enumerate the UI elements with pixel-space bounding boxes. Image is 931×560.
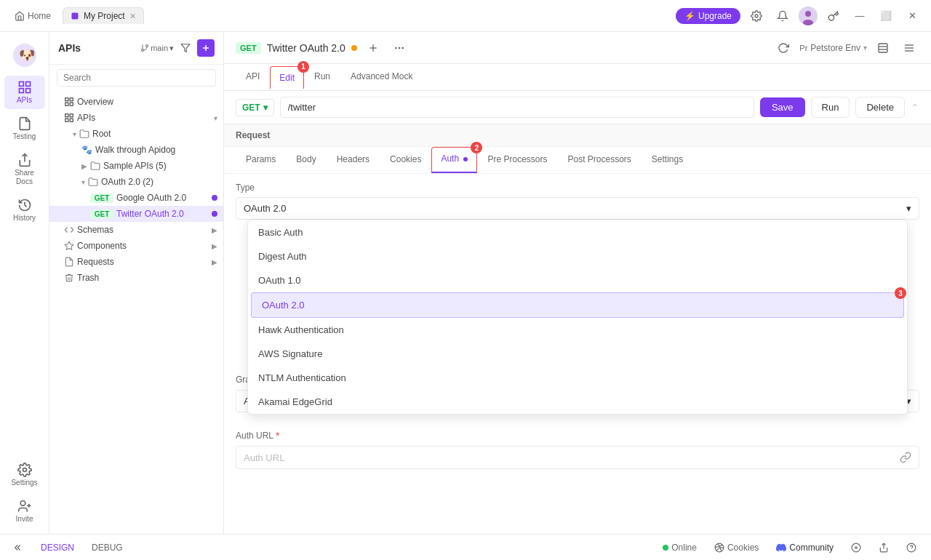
tree-item-oauth2[interactable]: ▾ OAuth 2.0 (2): [49, 174, 223, 190]
tree-item-apis[interactable]: APIs ▾: [49, 110, 223, 126]
components-icon: [64, 241, 74, 251]
tab-run[interactable]: Run: [304, 64, 340, 90]
upgrade-button[interactable]: ⚡ Upgrade: [676, 8, 740, 24]
project-tab-close[interactable]: ✕: [129, 12, 136, 21]
request-body: Request Params Body Headers Cookies Auth…: [224, 124, 931, 534]
tree-item-requests[interactable]: Requests ▶: [49, 254, 223, 270]
more-options-btn[interactable]: [389, 38, 409, 58]
run-button[interactable]: Run: [811, 97, 850, 118]
sidebar-item-settings[interactable]: Settings: [4, 458, 45, 492]
tree-item-apis-label: APIs: [77, 113, 95, 123]
dropdown-oauth1[interactable]: OAuth 1.0: [248, 268, 907, 292]
svg-rect-22: [65, 98, 68, 101]
bell-icon[interactable]: [772, 6, 793, 26]
close-icon[interactable]: ✕: [902, 6, 922, 26]
dropdown-oauth2[interactable]: OAuth 2.0 3: [251, 292, 904, 318]
dropdown-aws[interactable]: AWS Signature: [248, 342, 907, 366]
tree-item-root[interactable]: ▾ Root: [49, 126, 223, 142]
request-name: Twitter OAuth 2.0: [267, 42, 345, 54]
sidebar-item-testing[interactable]: Testing: [4, 112, 45, 145]
home-tab[interactable]: Home: [9, 8, 57, 24]
svg-point-34: [402, 47, 403, 48]
req-tab-body[interactable]: Body: [286, 147, 326, 173]
debug-btn[interactable]: DEBUG: [86, 540, 129, 556]
settings-icon[interactable]: [746, 6, 767, 26]
auth-url-link-icon: [900, 452, 911, 463]
share-btn[interactable]: [873, 540, 895, 556]
minimize-icon[interactable]: —: [850, 6, 870, 26]
auth-url-input[interactable]: Auth URL: [236, 446, 919, 469]
maximize-icon[interactable]: ⬜: [876, 6, 896, 26]
req-tab-params[interactable]: Params: [236, 147, 286, 173]
sidebar-item-sharedocs[interactable]: Share Docs: [4, 148, 45, 191]
tree-item-walkthrough[interactable]: 🐾 Walk through Apidog: [49, 142, 223, 158]
filter-button[interactable]: [177, 39, 194, 57]
tree-item-trash[interactable]: Trash: [49, 270, 223, 286]
oauth2-annotation: 3: [895, 287, 906, 299]
branch-label: main: [151, 44, 168, 52]
env-label: Petstore Env: [810, 43, 860, 53]
env-chevron: ▾: [863, 44, 867, 52]
dropdown-ntlm[interactable]: NTLM Authentication: [248, 366, 907, 390]
avatar[interactable]: [799, 7, 818, 25]
svg-rect-35: [879, 44, 887, 52]
sidebar-item-history[interactable]: History: [4, 193, 45, 227]
dropdown-akamai[interactable]: Akamai EdgeGrid: [248, 390, 907, 414]
save-button[interactable]: Save: [760, 97, 805, 117]
filetree-header: APIs main ▾: [49, 32, 223, 65]
filter-icon: [180, 43, 191, 53]
sidebar-item-apis-label: APIs: [17, 96, 32, 105]
sidebar-item-invite[interactable]: Invite: [4, 495, 45, 528]
svg-rect-24: [70, 103, 73, 105]
url-input[interactable]: [280, 97, 754, 118]
tree-item-google-oauth[interactable]: GET Google OAuth 2.0: [49, 190, 223, 206]
design-btn[interactable]: DESIGN: [35, 540, 80, 556]
refresh-btn[interactable]: [773, 38, 794, 58]
req-tab-auth[interactable]: Auth 2: [431, 147, 477, 173]
sharedocs-icon: [17, 153, 32, 167]
req-tab-headers[interactable]: Headers: [327, 147, 380, 173]
tab-advanced-mock[interactable]: Advanced Mock: [340, 64, 423, 90]
tree-item-walkthrough-label: Walk through Apidog: [95, 145, 175, 155]
req-tab-settings[interactable]: Settings: [642, 147, 693, 173]
search-input[interactable]: [57, 69, 216, 87]
help-btn[interactable]: [900, 540, 922, 556]
plus-circle-btn[interactable]: [845, 540, 867, 556]
cookies-btn[interactable]: Cookies: [708, 540, 764, 556]
tree-item-components[interactable]: Components ▶: [49, 238, 223, 254]
add-request-btn[interactable]: [363, 38, 383, 58]
svg-point-13: [20, 501, 25, 506]
branch-selector[interactable]: main ▾: [140, 44, 174, 53]
req-tab-post-processors[interactable]: Post Processors: [557, 147, 641, 173]
dropdown-digest-auth[interactable]: Digest Auth: [248, 244, 907, 268]
twitter-oauth-dot: [212, 211, 217, 217]
type-select[interactable]: OAuth 2.0 ▾: [236, 197, 919, 220]
tab-api[interactable]: API: [236, 64, 270, 90]
tab-edit[interactable]: Edit 1: [270, 66, 304, 89]
collapse-btn[interactable]: [9, 537, 29, 558]
sidebar-item-apis[interactable]: APIs: [4, 76, 45, 109]
add-icon: [201, 43, 211, 53]
dropdown-hawk[interactable]: Hawk Authentication: [248, 318, 907, 342]
req-tab-pre-processors[interactable]: Pre Processors: [477, 147, 557, 173]
method-selector[interactable]: GET ▾: [236, 99, 274, 116]
tree-item-sample-apis[interactable]: ▶ Sample APIs (5): [49, 158, 223, 174]
menu-btn[interactable]: [899, 38, 919, 58]
pin-icon[interactable]: [823, 6, 844, 26]
components-chevron: ▶: [212, 242, 217, 250]
cookies-icon: [714, 543, 724, 553]
tree-item-overview[interactable]: Overview: [49, 94, 223, 110]
env-selector[interactable]: Pr Petstore Env ▾: [799, 43, 867, 53]
layout-btn[interactable]: [873, 38, 893, 58]
settings-sidebar-icon: [17, 463, 32, 477]
trash-icon: [64, 273, 74, 283]
project-tab[interactable]: My Project ✕: [63, 7, 144, 24]
community-btn[interactable]: Community: [770, 540, 839, 556]
tree-item-twitter-oauth[interactable]: GET Twitter OAuth 2.0: [49, 206, 223, 222]
add-button[interactable]: [197, 39, 215, 57]
dropdown-basic-auth[interactable]: Basic Auth: [248, 220, 907, 244]
project-icon: [71, 12, 79, 20]
delete-button[interactable]: Delete: [855, 97, 905, 118]
req-tab-cookies[interactable]: Cookies: [380, 147, 431, 173]
tree-item-schemas[interactable]: Schemas ▶: [49, 222, 223, 238]
